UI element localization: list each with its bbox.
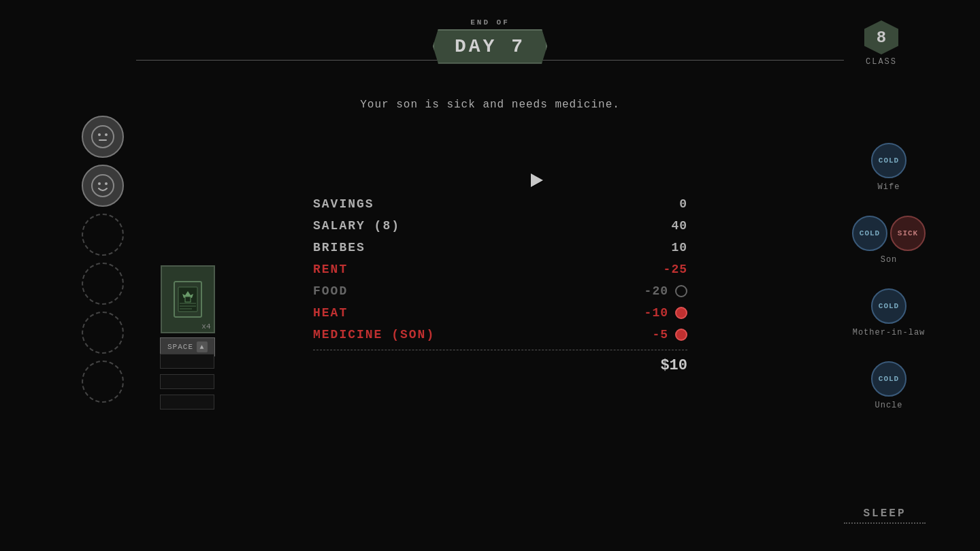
document-card: x4	[161, 265, 215, 333]
day-label-container: END OF DAY 7	[433, 18, 547, 64]
ledger-value: 0	[679, 197, 687, 211]
family-member-name: Wife	[878, 182, 900, 192]
end-of-label: END OF	[470, 18, 510, 27]
ledger-row: FOOD-20	[313, 284, 687, 298]
ledger: SAVINGS0SALARY (8)40BRIBES10RENT-25FOOD-…	[313, 197, 687, 374]
face-smile-icon	[91, 173, 115, 198]
family-member-name: Mother-in-law	[853, 328, 926, 337]
ledger-value: 10	[671, 241, 687, 254]
svg-point-1	[98, 133, 101, 136]
document-icon	[171, 279, 205, 320]
ledger-dot	[675, 285, 687, 297]
ledger-row: RENT-25	[313, 263, 687, 276]
sleep-underline	[844, 522, 926, 524]
ledger-row: SALARY (8)40	[313, 219, 687, 233]
ledger-row: SAVINGS0	[313, 197, 687, 211]
svg-point-6	[105, 182, 108, 185]
face-neutral-icon	[91, 124, 115, 149]
inventory-item[interactable]: x4 SPACE ▲	[160, 265, 215, 356]
ledger-label: HEAT	[313, 306, 348, 320]
svg-rect-9	[185, 297, 191, 302]
header: END OF DAY 7	[0, 0, 980, 82]
empty-slot-2	[160, 374, 214, 389]
class-badge: 8 CLASS	[864, 20, 898, 67]
status-circle-cold: COLD	[871, 143, 906, 178]
ledger-dot	[675, 307, 687, 319]
ledger-row: MEDICINE (SON)-5	[313, 328, 687, 341]
family-member-name: Son	[881, 255, 898, 265]
status-circle-cold: COLD	[871, 361, 906, 397]
class-label: CLASS	[866, 57, 897, 67]
space-label: SPACE	[167, 343, 193, 351]
status-circle-cold: COLD	[871, 288, 906, 324]
left-sidebar	[82, 116, 124, 403]
ledger-label: BRIBES	[313, 241, 365, 254]
sleep-button[interactable]: SLEEP	[844, 507, 926, 524]
ledger-value: -10	[644, 306, 687, 320]
narrative-text: Your son is sick and needs medicine.	[0, 99, 980, 111]
ledger-value: -20	[644, 284, 687, 298]
inventory-slot-1[interactable]	[82, 116, 124, 158]
family-member: COLDMother-in-law	[853, 288, 926, 337]
family-icons: COLD	[871, 288, 906, 324]
class-number: 8	[864, 20, 898, 54]
ledger-value: 40	[671, 219, 687, 233]
inventory-slot-2[interactable]	[82, 165, 124, 207]
ledger-label: SAVINGS	[313, 197, 374, 211]
inventory-slot-3[interactable]	[82, 214, 124, 256]
right-sidebar: COLDWifeCOLDSICKSonCOLDMother-in-lawCOLD…	[852, 143, 926, 410]
inventory-slot-5[interactable]	[82, 312, 124, 354]
space-icon: ▲	[197, 341, 208, 352]
ledger-row: BRIBES10	[313, 241, 687, 254]
svg-point-2	[105, 133, 108, 136]
ledger-total: $10	[313, 357, 687, 374]
svg-point-5	[98, 182, 101, 185]
sleep-label[interactable]: SLEEP	[844, 507, 926, 520]
ledger-dot	[675, 329, 687, 341]
inventory-slot-4[interactable]	[82, 263, 124, 305]
family-member: COLDWife	[871, 143, 906, 192]
ledger-row: HEAT-10	[313, 306, 687, 320]
inventory-slot-6[interactable]	[82, 361, 124, 403]
day-badge: DAY 7	[433, 29, 547, 64]
ledger-label: SALARY (8)	[313, 219, 400, 233]
empty-slots	[160, 354, 214, 410]
svg-point-0	[92, 126, 114, 148]
ledger-value: -5	[652, 328, 687, 341]
status-circle-cold: COLD	[852, 216, 887, 251]
svg-point-4	[92, 175, 114, 197]
family-icons: COLD	[871, 361, 906, 397]
ledger-label: RENT	[313, 263, 348, 276]
ledger-label: MEDICINE (SON)	[313, 328, 435, 341]
empty-slot-1	[160, 354, 214, 369]
family-member: COLDSICKSon	[852, 216, 926, 265]
family-member: COLDUncle	[871, 361, 906, 410]
status-circle-sick: SICK	[890, 216, 926, 251]
family-member-name: Uncle	[875, 401, 902, 410]
ledger-value: -25	[664, 263, 687, 276]
family-icons: COLDSICK	[852, 216, 926, 251]
cursor	[531, 173, 543, 187]
passport-icon	[173, 280, 203, 318]
ledger-divider	[313, 350, 687, 350]
ledger-label: FOOD	[313, 284, 348, 298]
doc-count: x4	[201, 322, 210, 331]
family-icons: COLD	[871, 143, 906, 178]
empty-slot-3	[160, 395, 214, 410]
